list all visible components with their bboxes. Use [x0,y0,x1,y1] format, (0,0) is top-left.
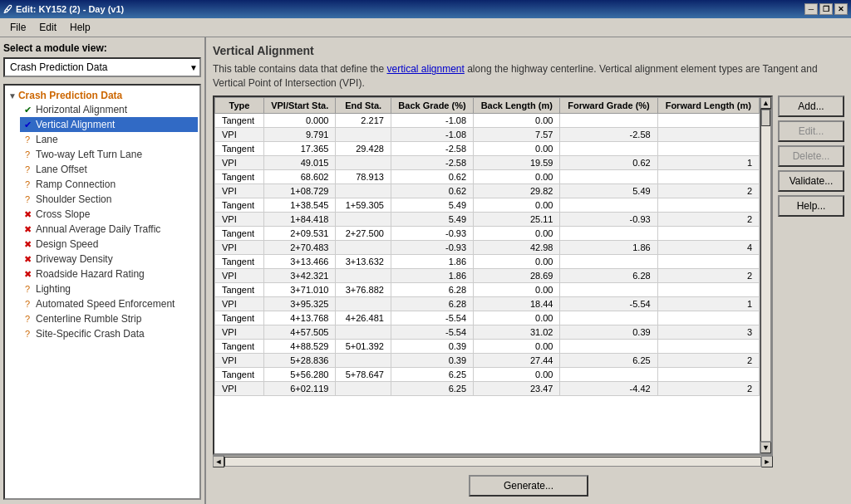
tree-item-aadt[interactable]: ✖ Annual Average Daily Traffic [20,222,198,237]
table-row[interactable]: Tangent2+09.5312+27.500-0.930.00 [215,226,760,240]
menu-edit[interactable]: Edit [32,20,63,35]
table-row[interactable]: VPI1+84.4185.4925.11-0.932 [215,212,760,226]
table-row[interactable]: VPI3+95.3256.2818.44-5.541 [215,296,760,311]
cell-r18-c0: Tangent [215,367,264,381]
edit-button[interactable]: Edit... [778,120,844,142]
col-vpi-start: VPI/Start Sta. [264,97,336,113]
table-row[interactable]: Tangent3+13.4663+13.6321.860.00 [215,254,760,268]
cell-r2-c3: -2.58 [391,141,473,155]
question-icon: ? [22,164,33,174]
vertical-scrollbar[interactable]: ▲ ▼ [760,97,771,453]
action-buttons: Add... Edit... Delete... Validate... Hel… [778,95,844,467]
cell-r13-c2 [336,296,391,311]
table-row[interactable]: Tangent68.60278.9130.620.00 [215,169,760,183]
cell-r13-c3: 6.28 [391,296,473,311]
cell-r10-c6 [657,254,759,268]
table-row[interactable]: Tangent17.36529.428-2.580.00 [215,141,760,155]
title-bar-left: 🖊 Edit: KY152 (2) - Day (v1) [3,4,124,14]
table-row[interactable]: VPI5+28.8360.3927.446.252 [215,353,760,367]
menu-file[interactable]: File [3,20,32,35]
table-row[interactable]: VPI2+70.483-0.9342.981.864 [215,240,760,254]
tree-item-label: Centerline Rumble Strip [36,313,141,325]
tree-item-roadside-hazard[interactable]: ✖ Roadside Hazard Rating [20,267,198,281]
cell-r19-c2 [336,381,391,395]
cell-r5-c5: 5.49 [560,183,657,198]
minimize-button[interactable]: ─ [804,3,818,15]
module-select-wrapper: Crash Prediction Data ▼ [3,57,201,77]
restore-button[interactable]: ❐ [819,3,833,15]
table-row[interactable]: VPI3+42.3211.8628.696.282 [215,268,760,282]
table-row[interactable]: Tangent3+71.0103+76.8826.280.00 [215,282,760,296]
cell-r4-c4: 0.00 [474,169,560,183]
table-row[interactable]: VPI9.791-1.087.57-2.58 [215,127,760,141]
col-back-length: Back Length (m) [474,97,560,113]
generate-button[interactable]: Generate... [469,475,588,497]
tree-item-shoulder-section[interactable]: ? Shoulder Section [20,192,198,207]
tree-item-label: Design Speed [36,238,98,250]
tree-item-ramp-connection[interactable]: ? Ramp Connection [20,177,198,192]
vertical-alignment-link[interactable]: vertical alignment [386,63,464,75]
tree-item-centerline-rumble[interactable]: ? Centerline Rumble Strip [20,311,198,326]
cell-r12-c6 [657,282,759,296]
menu-help[interactable]: Help [63,20,97,35]
x-icon: ✖ [22,254,33,265]
tree-item-cross-slope[interactable]: ✖ Cross Slope [20,207,198,222]
table-row[interactable]: Tangent5+56.2805+78.6476.250.00 [215,367,760,381]
question-icon: ? [22,314,33,324]
scroll-right-button[interactable]: ► [761,456,773,467]
close-button[interactable]: ✕ [834,3,848,15]
scroll-down-button[interactable]: ▼ [760,442,771,453]
title-bar: 🖊 Edit: KY152 (2) - Day (v1) ─ ❐ ✕ [0,0,851,18]
cell-r7-c0: VPI [215,212,264,226]
cell-r15-c1: 4+57.505 [264,325,336,339]
table-row[interactable]: Tangent1+38.5451+59.3055.490.00 [215,198,760,212]
table-scroll-area[interactable]: Type VPI/Start Sta. End Sta. Back Grade … [214,97,760,453]
horizontal-scrollbar: ◄ ► [213,455,773,467]
tree-item-horizontal-alignment[interactable]: ✔ Horizontal Alignment [20,102,198,117]
cell-r7-c3: 5.49 [391,212,473,226]
tree-item-twoway-left-turn[interactable]: ? Two-way Left Turn Lane [20,147,198,162]
cell-r18-c4: 0.00 [474,367,560,381]
scroll-up-button[interactable]: ▲ [760,97,771,109]
cell-r0-c4: 0.00 [474,113,560,127]
table-row[interactable]: Tangent4+13.7684+26.481-5.540.00 [215,311,760,325]
cell-r2-c0: Tangent [215,141,264,155]
table-row[interactable]: VPI6+02.1196.2523.47-4.422 [215,381,760,395]
cell-r9-c1: 2+70.483 [264,240,336,254]
add-button[interactable]: Add... [778,95,844,117]
tree-item-vertical-alignment[interactable]: ✔ Vertical Alignment [20,117,198,132]
validate-button[interactable]: Validate... [778,170,844,192]
cell-r10-c1: 3+13.466 [264,254,336,268]
col-back-grade: Back Grade (%) [391,97,473,113]
x-icon: ✖ [22,269,33,280]
module-select[interactable]: Crash Prediction Data [3,57,201,77]
scroll-left-button[interactable]: ◄ [213,456,224,467]
cell-r5-c0: VPI [215,183,264,198]
cell-r3-c1: 49.015 [264,155,336,169]
cell-r18-c3: 6.25 [391,367,473,381]
cell-r12-c2: 3+76.882 [336,282,391,296]
tree-item-lighting[interactable]: ? Lighting [20,281,198,296]
cell-r16-c3: 0.39 [391,339,473,353]
cell-r4-c1: 68.602 [264,169,336,183]
table-row[interactable]: VPI1+08.7290.6229.825.492 [215,183,760,198]
table-row[interactable]: Tangent4+88.5295+01.3920.390.00 [215,339,760,353]
cell-r1-c6 [657,127,759,141]
table-row[interactable]: VPI4+57.505-5.5431.020.393 [215,325,760,339]
cell-r13-c6: 1 [657,296,759,311]
tree-item-driveway-density[interactable]: ✖ Driveway Density [20,252,198,267]
tree-item-label: Roadside Hazard Rating [36,268,145,280]
tree-item-auto-speed[interactable]: ? Automated Speed Enforcement [20,296,198,311]
table-row[interactable]: VPI49.015-2.5819.590.621 [215,155,760,169]
tree-item-lane[interactable]: ? Lane [20,132,198,147]
scrollbar-thumb[interactable] [761,110,770,126]
table-row[interactable]: Tangent0.0002.217-1.080.00 [215,113,760,127]
tree-item-site-specific[interactable]: ? Site-Specific Crash Data [20,326,198,341]
tree-item-label: Lane Offset [36,164,87,175]
content-description: This table contains data that define the… [213,62,844,91]
tree-root[interactable]: ▼ Crash Prediction Data [7,89,198,102]
tree-item-lane-offset[interactable]: ? Lane Offset [20,162,198,177]
help-button[interactable]: Help... [778,195,844,217]
delete-button[interactable]: Delete... [778,145,844,167]
tree-item-design-speed[interactable]: ✖ Design Speed [20,237,198,252]
